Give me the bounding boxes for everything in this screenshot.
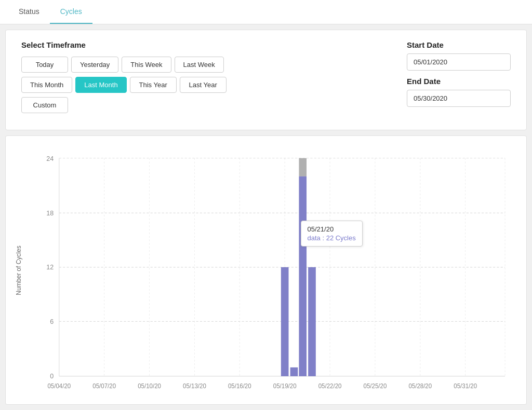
bar-1 [281, 267, 289, 376]
btn-custom[interactable]: Custom [21, 97, 68, 113]
svg-text:05/19/20: 05/19/20 [273, 382, 297, 390]
btn-last-week[interactable]: Last Week [175, 57, 224, 73]
start-date-label: Start Date [407, 40, 511, 49]
svg-text:05/16/20: 05/16/20 [228, 382, 251, 390]
btn-last-month[interactable]: Last Month [75, 77, 126, 93]
timeframe-row-3: Custom [21, 97, 386, 113]
y-axis-label: Number of Cycles [15, 245, 22, 295]
btn-last-year[interactable]: Last Year [180, 77, 227, 93]
svg-text:05/28/20: 05/28/20 [408, 382, 432, 390]
svg-text:05/22/20: 05/22/20 [318, 382, 342, 390]
end-date-input[interactable] [407, 90, 511, 107]
btn-yesterday[interactable]: Yesterday [71, 57, 118, 73]
config-panel: Select Timeframe Today Yesterday This We… [5, 30, 527, 130]
tab-cycles[interactable]: Cycles [50, 0, 92, 24]
svg-text:05/25/20: 05/25/20 [364, 382, 387, 390]
btn-this-week[interactable]: This Week [122, 57, 171, 73]
svg-text:12: 12 [46, 263, 54, 271]
y-label-container: Number of Cycles [11, 146, 26, 394]
bar-2 [290, 367, 298, 376]
svg-text:0: 0 [50, 372, 54, 380]
svg-text:24: 24 [46, 155, 54, 163]
timeframe-row-2: This Month Last Month This Year Last Yea… [21, 77, 386, 93]
chart-svg-area: 0 6 12 18 24 05/04/20 05/07/20 05/10/20 … [26, 146, 516, 394]
btn-this-year[interactable]: This Year [130, 77, 177, 93]
end-date-label: End Date [407, 77, 511, 86]
bar-3-main [299, 176, 307, 376]
bar-4 [308, 267, 316, 376]
svg-text:05/04/20: 05/04/20 [47, 382, 71, 390]
svg-text:05/31/20: 05/31/20 [454, 382, 477, 390]
chart-svg: 0 6 12 18 24 05/04/20 05/07/20 05/10/20 … [26, 146, 516, 394]
tab-status[interactable]: Status [8, 0, 50, 24]
btn-this-month[interactable]: This Month [21, 77, 72, 93]
bar-3-extra [299, 158, 307, 176]
svg-text:18: 18 [46, 209, 54, 217]
svg-text:6: 6 [50, 317, 54, 325]
svg-text:05/10/20: 05/10/20 [138, 382, 161, 390]
svg-text:05/13/20: 05/13/20 [183, 382, 206, 390]
btn-today[interactable]: Today [21, 57, 68, 73]
tabs-bar: Status Cycles [0, 0, 532, 24]
start-date-input[interactable] [407, 53, 511, 71]
chart-container: Number of Cycles [5, 135, 527, 405]
chart-inner: 0 6 12 18 24 05/04/20 05/07/20 05/10/20 … [26, 146, 516, 394]
timeframe-section: Select Timeframe Today Yesterday This We… [21, 40, 386, 117]
timeframe-row-1: Today Yesterday This Week Last Week [21, 57, 386, 73]
timeframe-title: Select Timeframe [21, 40, 386, 49]
svg-text:05/07/20: 05/07/20 [92, 382, 116, 390]
date-section: Start Date End Date [407, 40, 511, 117]
